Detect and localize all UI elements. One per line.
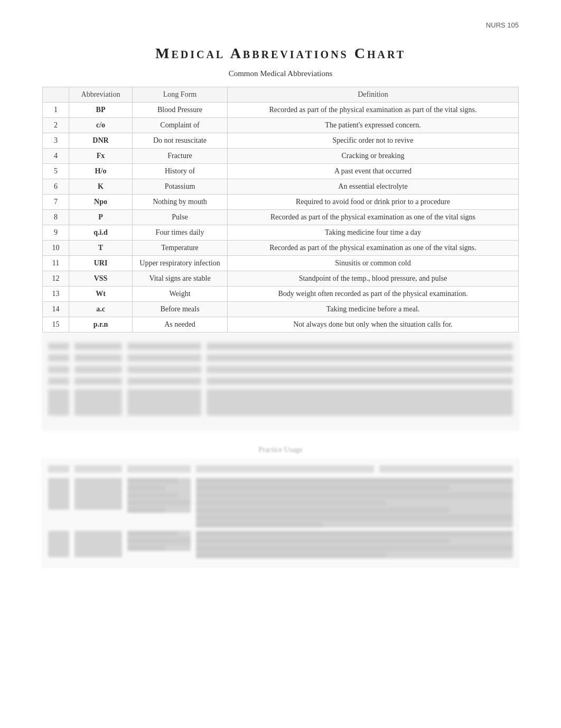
cell-abbr: BP [69, 103, 133, 118]
cell-long: Before meals [133, 302, 228, 317]
cell-num: 10 [43, 241, 69, 256]
table-row: 1 BP Blood Pressure Recorded as part of … [43, 103, 519, 118]
cell-def: Sinusitis or common cold [228, 256, 519, 271]
col-long: Long Form [133, 87, 228, 103]
cell-abbr: T [69, 241, 133, 256]
table-row: 7 Npo Nothing by mouth Required to avoid… [43, 195, 519, 210]
cell-num: 6 [43, 179, 69, 195]
cell-num: 15 [43, 317, 69, 333]
cell-def: Recorded as part of the physical examina… [228, 241, 519, 256]
cell-long: Temperature [133, 241, 228, 256]
cell-abbr: H/o [69, 164, 133, 179]
cell-def: Specific order not to revive [228, 133, 519, 149]
cell-num: 9 [43, 225, 69, 241]
cell-def: An essential electrolyte [228, 179, 519, 195]
cell-abbr: DNR [69, 133, 133, 149]
cell-long: History of [133, 164, 228, 179]
cell-long: Vital signs are stable [133, 271, 228, 287]
cell-abbr: p.r.n [69, 317, 133, 333]
cell-long: Blood Pressure [133, 103, 228, 118]
cell-abbr: q.i.d [69, 225, 133, 241]
cell-long: Do not resuscitate [133, 133, 228, 149]
cell-long: Nothing by mouth [133, 195, 228, 210]
course-code: NURS 105 [42, 21, 519, 29]
cell-def: Recorded as part of the physical examina… [228, 103, 519, 118]
table-row: 2 c/o Complaint of The patient's express… [43, 118, 519, 133]
cell-long: Four times daily [133, 225, 228, 241]
table-row: 8 P Pulse Recorded as part of the physic… [43, 210, 519, 225]
table-row: 10 T Temperature Recorded as part of the… [43, 241, 519, 256]
cell-num: 14 [43, 302, 69, 317]
cell-num: 5 [43, 164, 69, 179]
cell-abbr: Fx [69, 149, 133, 164]
table-row: 4 Fx Fracture Cracking or breaking [43, 149, 519, 164]
cell-long: Weight [133, 287, 228, 302]
cell-num: 7 [43, 195, 69, 210]
abbreviations-table: Abbreviation Long Form Definition 1 BP B… [42, 87, 519, 333]
col-abbr: Abbreviation [69, 87, 133, 103]
cell-abbr: Npo [69, 195, 133, 210]
cell-def: Cracking or breaking [228, 149, 519, 164]
table-row: 9 q.i.d Four times daily Taking medicine… [43, 225, 519, 241]
table-row: 13 Wt Weight Body weight often recorded … [43, 287, 519, 302]
col-def: Definition [228, 87, 519, 103]
col-num [43, 87, 69, 103]
cell-def: Recorded as part of the physical examina… [228, 210, 519, 225]
cell-def: A past event that occurred [228, 164, 519, 179]
cell-num: 8 [43, 210, 69, 225]
cell-abbr: a.c [69, 302, 133, 317]
cell-long: Pulse [133, 210, 228, 225]
cell-def: Taking medicine before a meal. [228, 302, 519, 317]
cell-num: 12 [43, 271, 69, 287]
cell-abbr: P [69, 210, 133, 225]
cell-def: Taking medicine four time a day [228, 225, 519, 241]
subtitle: Common Medical Abbreviations [42, 69, 519, 78]
cell-long: Upper respiratory infection [133, 256, 228, 271]
cell-def: Body weight often recorded as part of th… [228, 287, 519, 302]
cell-abbr: Wt [69, 287, 133, 302]
table-row: 11 URI Upper respiratory infection Sinus… [43, 256, 519, 271]
cell-abbr: URI [69, 256, 133, 271]
cell-long: As needed [133, 317, 228, 333]
cell-def: Required to avoid food or drink prior to… [228, 195, 519, 210]
cell-long: Fracture [133, 149, 228, 164]
table-row: 5 H/o History of A past event that occur… [43, 164, 519, 179]
section2-title: Practice Usage [42, 446, 519, 454]
table-row: 6 K Potassium An essential electrolyte [43, 179, 519, 195]
table-row: 14 a.c Before meals Taking medicine befo… [43, 302, 519, 317]
table-row: 15 p.r.n As needed Not always done but o… [43, 317, 519, 333]
cell-num: 1 [43, 103, 69, 118]
cell-num: 11 [43, 256, 69, 271]
main-title: Medical Abbreviations Chart [42, 45, 519, 62]
cell-num: 3 [43, 133, 69, 149]
cell-def: The patient's expressed concern. [228, 118, 519, 133]
cell-abbr: c/o [69, 118, 133, 133]
cell-num: 4 [43, 149, 69, 164]
cell-num: 13 [43, 287, 69, 302]
cell-abbr: VSS [69, 271, 133, 287]
blurred-table-continuation [42, 333, 519, 430]
cell-def: Not always done but only when the situat… [228, 317, 519, 333]
table-header-row: Abbreviation Long Form Definition [43, 87, 519, 103]
cell-long: Potassium [133, 179, 228, 195]
cell-num: 2 [43, 118, 69, 133]
cell-long: Complaint of [133, 118, 228, 133]
cell-abbr: K [69, 179, 133, 195]
cell-def: Standpoint of the temp., blood pressure,… [228, 271, 519, 287]
table-row: 12 VSS Vital signs are stable Standpoint… [43, 271, 519, 287]
second-table-blurred [42, 459, 519, 567]
table-row: 3 DNR Do not resuscitate Specific order … [43, 133, 519, 149]
